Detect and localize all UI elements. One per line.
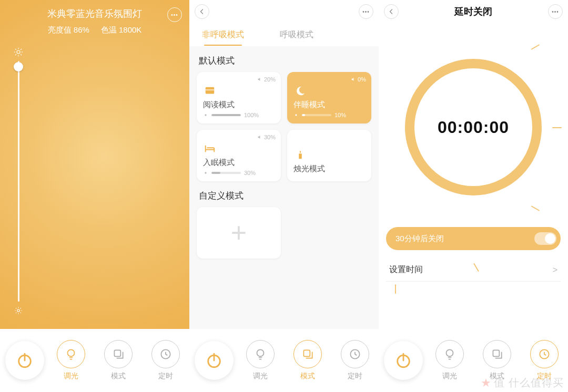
set-time-row[interactable]: 设置时间 >	[386, 259, 561, 282]
svg-rect-37	[493, 350, 499, 356]
nav-label: 调光	[64, 372, 78, 381]
more-button[interactable]: •••	[167, 7, 182, 22]
mode-card[interactable]: 30%入眠模式30%	[197, 130, 281, 181]
sun-bright-icon	[14, 47, 23, 57]
svg-rect-23	[206, 87, 215, 94]
more-button[interactable]: •••	[548, 4, 563, 19]
page-title: 延时关闭	[454, 5, 492, 18]
set-time-label: 设置时间	[389, 264, 423, 275]
svg-point-9	[17, 310, 20, 312]
nav-timer[interactable]: 定时	[334, 340, 376, 381]
header: 米典零蓝光音乐氛围灯 ••• 亮度值 86% 色温 1800K	[0, 0, 189, 37]
toggle-switch[interactable]	[534, 232, 556, 245]
nav-dimming[interactable]: 调光	[429, 340, 470, 381]
power-button[interactable]	[384, 341, 423, 380]
add-mode-button[interactable]: +	[197, 207, 281, 259]
svg-line-7	[15, 54, 16, 55]
mode-name: 伴睡模式	[293, 100, 365, 110]
nav-label: 定时	[158, 372, 173, 381]
svg-rect-21	[114, 350, 120, 356]
nav-label: 定时	[348, 372, 362, 381]
mode-brightness: 10%	[293, 112, 365, 118]
mode-tabs: 非呼吸模式 呼吸模式	[189, 23, 379, 46]
mode-card[interactable]: 0%伴睡模式10%	[287, 72, 371, 123]
back-button[interactable]	[384, 4, 399, 19]
svg-line-17	[21, 308, 21, 308]
countdown-dial[interactable]: 00:00:00	[405, 59, 542, 195]
svg-line-6	[21, 54, 22, 55]
book-icon	[203, 85, 217, 97]
header: •••	[189, 0, 379, 23]
nav-label: 调光	[253, 372, 268, 381]
nav-label: 模式	[490, 372, 504, 381]
preset-label: 30分钟后关闭	[395, 234, 444, 244]
screen-modes: ••• 非呼吸模式 呼吸模式 默认模式 20%阅读模式100%0%伴睡模式10%…	[189, 0, 379, 392]
svg-point-0	[17, 50, 20, 54]
preset-30min-row[interactable]: 30分钟后关闭	[386, 227, 561, 250]
svg-point-20	[68, 349, 75, 356]
nav-label: 定时	[537, 372, 552, 381]
volume-badge: 0%	[351, 76, 366, 82]
nav-timer[interactable]: 定时	[524, 340, 565, 381]
more-button[interactable]: •••	[359, 4, 373, 19]
chevron-right-icon: >	[553, 265, 557, 275]
slider-track[interactable]	[18, 61, 19, 302]
svg-rect-32	[303, 350, 310, 356]
mode-name: 阅读模式	[203, 100, 275, 110]
nav-label: 调光	[442, 372, 457, 381]
mode-brightness: 100%	[203, 112, 275, 118]
nav-mode[interactable]: 模式	[476, 340, 518, 381]
svg-point-31	[257, 349, 264, 356]
svg-point-25	[205, 114, 206, 116]
tab-breath[interactable]: 呼吸模式	[278, 26, 316, 44]
nav-dimming[interactable]: 调光	[50, 340, 92, 381]
candle-icon	[293, 149, 307, 161]
bottom-nav: 调光 模式 定时	[0, 329, 189, 392]
nav-label: 模式	[300, 372, 315, 381]
countdown-time: 00:00:00	[438, 118, 509, 137]
mode-card[interactable]: 烛光模式	[287, 130, 371, 181]
sun-dim-icon	[14, 306, 23, 315]
moon-icon	[293, 85, 307, 97]
svg-point-36	[447, 349, 453, 356]
svg-line-8	[21, 49, 22, 50]
bed-icon	[203, 143, 217, 154]
slider-knob[interactable]	[14, 62, 23, 71]
brightness-slider[interactable]	[14, 47, 23, 315]
nav-mode[interactable]: 模式	[98, 340, 139, 381]
nav-dimming[interactable]: 调光	[240, 340, 281, 381]
svg-line-14	[16, 308, 16, 308]
screen-dimming: 米典零蓝光音乐氛围灯 ••• 亮度值 86% 色温 1800K 调光 模式	[0, 0, 189, 392]
screen-timer: 延时关闭 ••• 00:00:00 30分钟后关闭 设置时间 > 调光 模式	[379, 0, 568, 392]
volume-badge: 20%	[257, 76, 276, 82]
brightness-readout: 亮度值 86%	[48, 25, 89, 35]
section-custom-title: 自定义模式	[189, 181, 379, 207]
power-button[interactable]	[195, 341, 234, 380]
nav-mode[interactable]: 模式	[287, 340, 328, 381]
svg-rect-28	[299, 153, 302, 159]
device-title: 米典零蓝光音乐氛围灯	[8, 7, 181, 20]
svg-point-26	[295, 114, 297, 116]
power-button[interactable]	[5, 341, 44, 380]
section-default-title: 默认模式	[189, 46, 379, 72]
mode-cards: 20%阅读模式100%0%伴睡模式10%30%入眠模式30%烛光模式	[189, 72, 379, 181]
svg-rect-24	[206, 89, 215, 90]
bottom-nav: 调光 模式 定时	[379, 329, 568, 392]
svg-line-15	[21, 313, 21, 313]
mode-brightness: 30%	[203, 170, 275, 176]
mode-name: 入眠模式	[203, 158, 275, 168]
nav-timer[interactable]: 定时	[145, 340, 186, 381]
mode-name: 烛光模式	[293, 164, 365, 174]
color-temp-readout: 色温 1800K	[101, 25, 142, 35]
volume-badge: 30%	[257, 134, 276, 140]
svg-line-5	[15, 49, 16, 50]
mode-card[interactable]: 20%阅读模式100%	[197, 72, 281, 123]
bottom-nav: 调光 模式 定时	[189, 329, 379, 392]
header: 延时关闭 •••	[379, 0, 568, 23]
back-button[interactable]	[195, 4, 209, 19]
tab-nonbreath[interactable]: 非呼吸模式	[200, 26, 246, 44]
svg-line-16	[16, 313, 16, 313]
svg-point-27	[205, 172, 206, 173]
nav-label: 模式	[111, 372, 126, 381]
